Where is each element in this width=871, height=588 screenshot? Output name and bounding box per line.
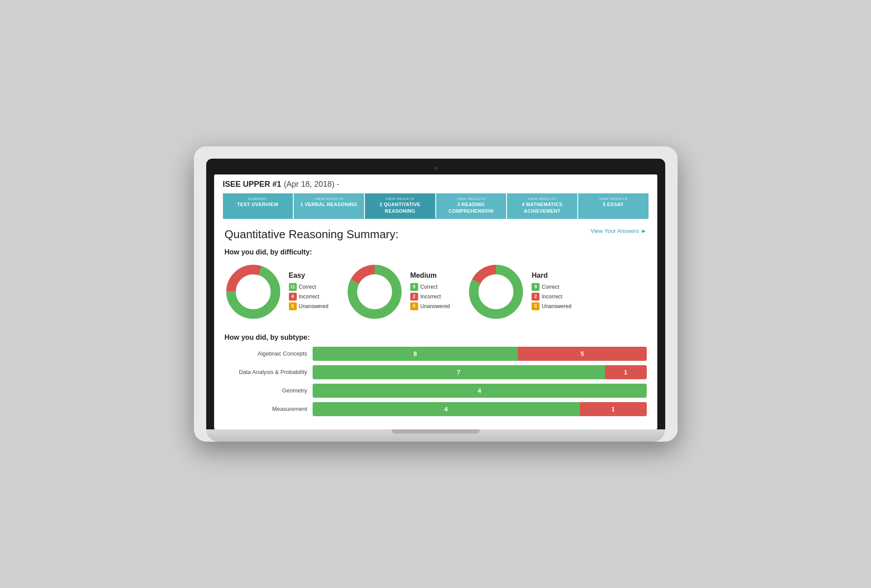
subtype-section: How you did, by subtype: Algebraic Conce… [225, 334, 647, 416]
tab-summary[interactable]: SUMMARY TEST OVERVIEW [223, 193, 294, 219]
view-answers-label: View Your Answers [590, 228, 639, 234]
tab-summary-sub: SUMMARY [225, 197, 292, 201]
test-title-normal: (Apr 18, 2018) - [284, 180, 339, 189]
tab-math-sub: VIEW RESULTS [509, 197, 576, 201]
donut-medium [346, 263, 403, 320]
bar-label-algebraic: Algebraic Concepts [225, 350, 313, 357]
laptop-base [206, 429, 665, 442]
bar-track-data-analysis: 7 1 [313, 365, 647, 379]
subtype-section-title: How you did, by subtype: [225, 334, 647, 341]
bar-red-measurement: 1 [580, 402, 647, 416]
chart-hard: Hard 9 Correct 2 Incorrect 0 [467, 263, 571, 320]
chart-medium: Medium 9 Correct 2 Incorrect 0 [346, 263, 450, 320]
bar-red-algebraic: 5 [518, 347, 646, 361]
badge-medium-unanswered: 0 [410, 302, 418, 310]
badge-easy-correct: 11 [289, 283, 297, 291]
legend-easy-incorrect-label: Incorrect [299, 294, 320, 300]
legend-medium: Medium 9 Correct 2 Incorrect 0 [410, 272, 450, 312]
view-answers-link[interactable]: View Your Answers ► [590, 228, 646, 234]
chart-hard-name: Hard [532, 272, 571, 279]
legend-medium-incorrect-label: Incorrect [420, 294, 441, 300]
legend-medium-correct: 9 Correct [410, 283, 450, 291]
screen: ISEE UPPER #1 (Apr 18, 2018) - SUMMARY T… [214, 174, 657, 429]
badge-hard-correct: 9 [532, 283, 539, 291]
screen-bezel: ISEE UPPER #1 (Apr 18, 2018) - SUMMARY T… [206, 159, 665, 429]
legend-hard-correct: 9 Correct [532, 283, 571, 291]
bar-red-data-analysis: 1 [605, 365, 647, 379]
bar-green-data-analysis: 7 [313, 365, 605, 379]
bar-track-geometry: 4 [313, 384, 647, 398]
tab-essay[interactable]: VIEW RESULTS 5 ESSAY [578, 193, 649, 219]
donut-hard-svg [467, 263, 525, 320]
donut-medium-svg [346, 263, 403, 320]
tab-reading-main: 3 READING COMPREHENSION [438, 201, 505, 214]
bar-row-algebraic: Algebraic Concepts 8 5 [225, 347, 647, 361]
nav-tabs: SUMMARY TEST OVERVIEW VIEW RESULTS 1 VER… [223, 193, 649, 219]
legend-easy-unanswered: 0 Unanswered [289, 302, 328, 310]
bar-label-data-analysis: Data Analysis & Probability [225, 369, 313, 375]
legend-medium-unanswered-label: Unanswered [420, 303, 450, 309]
badge-medium-correct: 9 [410, 283, 418, 291]
bar-green-algebraic: 8 [313, 347, 518, 361]
tab-quantitative[interactable]: VIEW RESULTS 2 QUANTITATIVE REASONING [365, 193, 436, 219]
badge-medium-incorrect: 2 [410, 293, 418, 301]
badge-easy-incorrect: 4 [289, 293, 297, 301]
bar-track-algebraic: 8 5 [313, 347, 647, 361]
tab-math[interactable]: VIEW RESULTS 4 MATHEMATICS ACHIEVEMENT [507, 193, 578, 219]
legend-hard-unanswered-label: Unanswered [542, 303, 571, 309]
content-header: Quantitative Reasoning Summary: View You… [225, 228, 647, 241]
legend-medium-unanswered: 0 Unanswered [410, 302, 450, 310]
legend-easy-correct: 11 Correct [289, 283, 328, 291]
bar-row-geometry: Geometry 4 [225, 384, 647, 398]
tab-summary-main: TEST OVERVIEW [225, 201, 292, 207]
laptop-frame: ISEE UPPER #1 (Apr 18, 2018) - SUMMARY T… [194, 146, 678, 442]
bar-row-measurement: Measurement 4 1 [225, 402, 647, 416]
tab-essay-main: 5 ESSAY [580, 201, 647, 207]
bar-label-measurement: Measurement [225, 406, 313, 412]
legend-hard-incorrect-label: Incorrect [542, 294, 562, 300]
difficulty-section-title: How you did, by difficulty: [225, 248, 647, 256]
chart-easy: Easy 11 Correct 4 Incorrect 0 [225, 263, 328, 320]
donut-easy [225, 263, 282, 320]
tab-quant-sub: VIEW RESULTS [367, 197, 434, 201]
bar-track-measurement: 4 1 [313, 402, 647, 416]
chart-easy-name: Easy [289, 272, 328, 279]
tab-reading-sub: VIEW RESULTS [438, 197, 505, 201]
tab-essay-sub: VIEW RESULTS [580, 197, 647, 201]
tab-verbal[interactable]: VIEW RESULTS 1 VERBAL REASONING [294, 193, 365, 219]
bar-label-geometry: Geometry [225, 387, 313, 394]
page-title: Quantitative Reasoning Summary: [225, 228, 399, 241]
chart-medium-name: Medium [410, 272, 450, 279]
legend-easy-unanswered-label: Unanswered [299, 303, 328, 309]
bar-green-geometry: 4 [313, 384, 647, 398]
camera-dot [434, 167, 437, 170]
donut-easy-svg [225, 263, 282, 320]
tab-verbal-sub: VIEW RESULTS [295, 197, 362, 201]
main-content: Quantitative Reasoning Summary: View You… [214, 219, 657, 429]
bar-row-data-analysis: Data Analysis & Probability 7 1 [225, 365, 647, 379]
legend-medium-correct-label: Correct [420, 284, 437, 290]
app-header: ISEE UPPER #1 (Apr 18, 2018) - SUMMARY T… [214, 174, 657, 219]
legend-easy-correct-label: Correct [299, 284, 316, 290]
tab-quant-main: 2 QUANTITATIVE REASONING [367, 201, 434, 214]
tab-reading[interactable]: VIEW RESULTS 3 READING COMPREHENSION [436, 193, 507, 219]
title-row: ISEE UPPER #1 (Apr 18, 2018) - [223, 180, 649, 193]
charts-row: Easy 11 Correct 4 Incorrect 0 [225, 263, 647, 320]
legend-easy: Easy 11 Correct 4 Incorrect 0 [289, 272, 328, 312]
tab-verbal-main: 1 VERBAL REASONING [295, 201, 362, 207]
legend-hard-correct-label: Correct [542, 284, 559, 290]
chevron-right-icon: ► [641, 228, 647, 234]
badge-easy-unanswered: 0 [289, 302, 297, 310]
tab-math-main: 4 MATHEMATICS ACHIEVEMENT [509, 201, 576, 214]
legend-hard-unanswered: 0 Unanswered [532, 302, 571, 310]
donut-hard [467, 263, 525, 320]
legend-easy-incorrect: 4 Incorrect [289, 293, 328, 301]
bar-green-measurement: 4 [313, 402, 580, 416]
legend-medium-incorrect: 2 Incorrect [410, 293, 450, 301]
badge-hard-unanswered: 0 [532, 302, 539, 310]
test-title-bold: ISEE UPPER #1 [223, 180, 281, 189]
legend-hard-incorrect: 2 Incorrect [532, 293, 571, 301]
badge-hard-incorrect: 2 [532, 293, 539, 301]
legend-hard: Hard 9 Correct 2 Incorrect 0 [532, 272, 571, 312]
